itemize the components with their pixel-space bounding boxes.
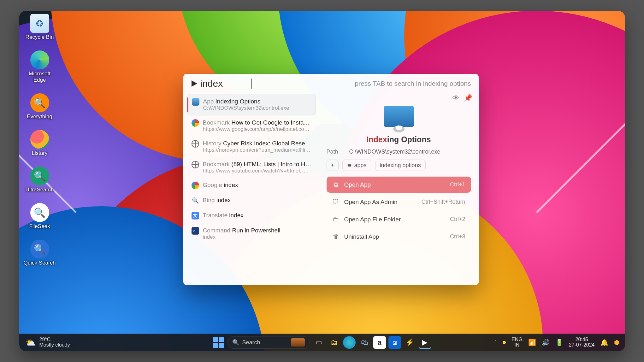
edge-taskbar-icon[interactable] [343, 336, 356, 349]
store-icon[interactable]: 🛍 [358, 336, 371, 349]
app-large-icon [384, 106, 414, 127]
icon-label: Everything [27, 114, 52, 120]
result-kind: Translate [203, 212, 228, 219]
add-tag-chip[interactable]: + [327, 160, 339, 171]
pin-icon[interactable]: 📌 [464, 94, 472, 102]
result-subtitle: index [203, 234, 281, 240]
search-highlight-icon [291, 338, 305, 347]
path-value: C:\WINDOWS\system32\control.exe [349, 149, 440, 155]
lang-primary: ENG [511, 337, 523, 342]
result-kind: Bookmark [203, 119, 230, 126]
clock[interactable]: 20:45 27-07-2024 [569, 337, 595, 348]
volume-icon[interactable]: 🔊 [542, 339, 550, 346]
task-view-icon[interactable]: ▭ [313, 336, 325, 349]
chip-indexing-options[interactable]: indexing options [375, 160, 426, 171]
file-explorer-icon[interactable]: 🗂 [328, 336, 340, 349]
desktop-screen: ♻ Recycle Bin Microsoft Edge 🔍 Everythin… [19, 11, 625, 351]
result-history[interactable]: History Cyber Risk Index: Global Researc… [187, 136, 316, 157]
bing-icon: 🔍 [192, 197, 199, 204]
globe-icon [192, 161, 199, 168]
eye-icon[interactable]: 👁 [452, 94, 459, 102]
result-bookmark[interactable]: Bookmark How to Get Google to Instantly … [187, 115, 316, 136]
time: 20:45 [576, 337, 588, 342]
weather-icon: ⛅ [26, 338, 36, 347]
icon-label: Listary [32, 150, 47, 156]
result-title: index [216, 197, 231, 203]
run-icon [192, 80, 197, 87]
action-open-folder[interactable]: 🗀 Open App File Folder Ctrl+2 [327, 211, 471, 227]
app-icon[interactable]: ⚡ [404, 336, 416, 349]
search-icon: 🔍 [232, 339, 239, 346]
result-app-indexing[interactable]: App Indexing Options C:\WINDOWS\system32… [187, 94, 316, 115]
results-list: App Indexing Options C:\WINDOWS\system32… [183, 92, 319, 285]
search-hint: press TAB to search in indexing options [355, 80, 471, 87]
weather-temp: 29°C [39, 337, 70, 342]
taskbar-search[interactable]: 🔍 Search [227, 336, 310, 349]
wifi-icon[interactable]: 📶 [528, 339, 536, 346]
tray-status-icon[interactable] [503, 341, 506, 344]
listary-icon [30, 130, 49, 149]
tray-overflow-icon[interactable]: ˄ [494, 339, 497, 346]
result-google[interactable]: Google index [187, 178, 316, 193]
result-kind: Google [203, 182, 222, 188]
result-kind: History [203, 140, 222, 147]
preview-panel: 👁 📌 Indexing Options Path C:\WINDOWS\sys… [319, 92, 479, 285]
weather-desc: Mostly cloudy [39, 342, 70, 348]
result-title: Indexing Options [216, 98, 261, 105]
desktop-icons: ♻ Recycle Bin Microsoft Edge 🔍 Everythin… [22, 14, 57, 266]
battery-icon[interactable]: 🔋 [555, 339, 563, 346]
google-icon [192, 182, 199, 189]
shortcut: Ctrl+Shift+Return [421, 199, 465, 205]
icon-label: UltraSearch [26, 187, 54, 193]
preview-title: Indexing Options [327, 135, 471, 144]
start-button[interactable] [213, 337, 224, 348]
weather-widget[interactable]: ⛅ 29°C Mostly cloudy [19, 337, 76, 348]
icon-label: Microsoft Edge [22, 71, 57, 83]
result-title: index [229, 212, 243, 219]
google-icon [192, 119, 199, 127]
title-rest: ing Options [387, 135, 431, 144]
result-bing[interactable]: 🔍 Bing index [187, 193, 316, 208]
fileseek-shortcut[interactable]: 🔍 FileSeek [22, 203, 57, 230]
chip-label: apps [354, 162, 367, 169]
lang-secondary: IN [514, 342, 519, 348]
launcher-window: index press TAB to search in indexing op… [183, 74, 479, 285]
result-bookmark-2[interactable]: Bookmark (89) HTML: Lists | Intro to HTM… [187, 157, 316, 178]
result-title: (89) HTML: Lists | Intro to HTML/C [231, 161, 311, 167]
result-translate[interactable]: 文 Translate index [187, 208, 316, 223]
taskbar: ⛅ 29°C Mostly cloudy 🔍 Search ▭ 🗂 🛍 a ⧈ … [19, 334, 625, 351]
edge-shortcut[interactable]: Microsoft Edge [22, 50, 57, 83]
action-label: Open App File Folder [344, 216, 401, 223]
trash-icon: ♻ [30, 14, 49, 33]
tray-app-icon[interactable]: ⬢ [614, 339, 619, 346]
result-kind: Bing [203, 197, 215, 203]
shortcut: Ctrl+2 [450, 216, 465, 223]
result-subtitle: https://nordvpn.com/cri/?utm_medium=affi… [203, 147, 311, 153]
ultrasearch-shortcut[interactable]: 🔍 UltraSearch [22, 166, 57, 193]
folder-icon: 🗀 [332, 216, 339, 223]
result-command[interactable]: ＞_ Command Run in Powershell index [187, 223, 316, 244]
shortcut: Ctrl+1 [450, 181, 465, 188]
date: 27-07-2024 [569, 342, 595, 348]
action-open-admin[interactable]: 🛡 Open App As Admin Ctrl+Shift+Return [327, 194, 471, 210]
shield-icon: 🛡 [332, 198, 339, 206]
chip-apps[interactable]: ≣apps [342, 160, 371, 171]
everything-shortcut[interactable]: 🔍 Everything [22, 93, 57, 120]
recycle-bin-icon[interactable]: ♻ Recycle Bin [22, 14, 57, 40]
search-icon: 🔍 [30, 93, 49, 112]
result-kind: Bookmark [203, 161, 230, 167]
search-input[interactable]: index [200, 78, 251, 89]
listary-taskbar-icon[interactable]: ▶ [419, 336, 431, 349]
translate-icon: 文 [192, 212, 199, 219]
listary-shortcut[interactable]: Listary [22, 130, 57, 156]
dropbox-icon[interactable]: ⧈ [388, 336, 401, 349]
magnifier-icon: 🔍 [30, 240, 49, 259]
action-uninstall[interactable]: 🗑 Uninstall App Ctrl+3 [327, 229, 471, 245]
language-indicator[interactable]: ENG IN [511, 337, 523, 348]
action-open-app[interactable]: ⧉ Open App Ctrl+1 [327, 177, 471, 193]
result-title: Run in Powershell [232, 227, 280, 234]
quicksearch-shortcut[interactable]: 🔍 Quick Search [22, 240, 57, 266]
amazon-icon[interactable]: a [373, 336, 386, 349]
notifications-icon[interactable]: 🔔 [600, 339, 608, 346]
icon-label: FileSeek [29, 223, 50, 230]
